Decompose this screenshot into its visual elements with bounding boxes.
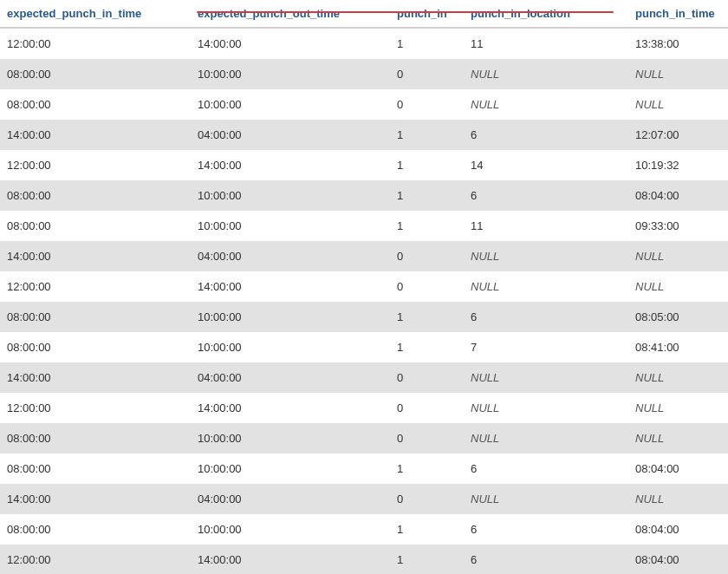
- table-row[interactable]: 12:00:0014:00:0011113:38:00: [0, 28, 728, 59]
- cell-expected-punch-out-time: 14:00:00: [191, 150, 390, 180]
- table-row[interactable]: 12:00:0014:00:001608:04:00: [0, 545, 728, 574]
- cell-punch-in: 1: [390, 332, 464, 362]
- table-row[interactable]: 08:00:0010:00:001608:04:00: [0, 180, 728, 211]
- cell-punch-in: 0: [390, 484, 464, 514]
- cell-punch-in-location: NULL: [464, 362, 628, 393]
- cell-expected-punch-in-time: 08:00:00: [0, 514, 191, 545]
- cell-expected-punch-out-time: 14:00:00: [191, 28, 390, 59]
- table-row[interactable]: 08:00:0010:00:001608:04:00: [0, 453, 728, 484]
- cell-expected-punch-out-time: 14:00:00: [191, 393, 390, 423]
- col-header-expected-punch-out-time[interactable]: expected_punch_out_time: [191, 0, 390, 28]
- cell-expected-punch-in-time: 12:00:00: [0, 150, 191, 180]
- table-row[interactable]: 14:00:0004:00:001612:07:00: [0, 120, 728, 150]
- col-header-punch-in[interactable]: punch_in: [390, 0, 464, 28]
- cell-punch-in-time: NULL: [628, 423, 728, 453]
- cell-expected-punch-in-time: 14:00:00: [0, 120, 191, 150]
- cell-expected-punch-in-time: 12:00:00: [0, 28, 191, 59]
- cell-punch-in: 0: [390, 59, 464, 89]
- cell-punch-in-time: NULL: [628, 59, 728, 89]
- cell-expected-punch-out-time: 04:00:00: [191, 484, 390, 514]
- cell-expected-punch-out-time: 10:00:00: [191, 514, 390, 545]
- cell-punch-in-location: 6: [464, 514, 628, 545]
- cell-expected-punch-in-time: 14:00:00: [0, 362, 191, 393]
- cell-punch-in-time: 08:05:00: [628, 302, 728, 332]
- cell-punch-in-time: NULL: [628, 362, 728, 393]
- cell-punch-in: 1: [390, 28, 464, 59]
- cell-punch-in-location: 6: [464, 180, 628, 211]
- cell-punch-in: 0: [390, 241, 464, 271]
- table-row[interactable]: 08:00:0010:00:000NULLNULL: [0, 89, 728, 120]
- cell-expected-punch-out-time: 04:00:00: [191, 362, 390, 393]
- cell-expected-punch-out-time: 04:00:00: [191, 241, 390, 271]
- cell-punch-in-location: 14: [464, 150, 628, 180]
- cell-punch-in-location: NULL: [464, 393, 628, 423]
- cell-expected-punch-out-time: 10:00:00: [191, 211, 390, 241]
- cell-punch-in: 1: [390, 302, 464, 332]
- col-header-expected-punch-in-time[interactable]: expected_punch_in_time: [0, 0, 191, 28]
- cell-punch-in: 1: [390, 180, 464, 211]
- table-row[interactable]: 08:00:0010:00:001608:04:00: [0, 514, 728, 545]
- cell-expected-punch-in-time: 08:00:00: [0, 211, 191, 241]
- cell-expected-punch-in-time: 08:00:00: [0, 453, 191, 484]
- cell-expected-punch-in-time: 08:00:00: [0, 89, 191, 120]
- cell-punch-in: 0: [390, 362, 464, 393]
- cell-expected-punch-in-time: 12:00:00: [0, 545, 191, 574]
- table-body: 12:00:0014:00:0011113:38:0008:00:0010:00…: [0, 28, 728, 574]
- table-row[interactable]: 14:00:0004:00:000NULLNULL: [0, 484, 728, 514]
- table-row[interactable]: 12:00:0014:00:000NULLNULL: [0, 271, 728, 302]
- cell-punch-in-location: NULL: [464, 241, 628, 271]
- cell-expected-punch-out-time: 14:00:00: [191, 545, 390, 574]
- table-row[interactable]: 08:00:0010:00:000NULLNULL: [0, 59, 728, 89]
- cell-expected-punch-in-time: 14:00:00: [0, 241, 191, 271]
- cell-punch-in-time: 08:04:00: [628, 180, 728, 211]
- cell-expected-punch-out-time: 10:00:00: [191, 180, 390, 211]
- table-row[interactable]: 12:00:0014:00:000NULLNULL: [0, 393, 728, 423]
- cell-punch-in: 0: [390, 271, 464, 302]
- cell-punch-in-time: NULL: [628, 484, 728, 514]
- cell-expected-punch-in-time: 08:00:00: [0, 423, 191, 453]
- cell-punch-in-location: 11: [464, 211, 628, 241]
- table-row[interactable]: 08:00:0010:00:000NULLNULL: [0, 423, 728, 453]
- cell-expected-punch-out-time: 10:00:00: [191, 453, 390, 484]
- cell-punch-in-time: 08:04:00: [628, 545, 728, 574]
- cell-punch-in-location: NULL: [464, 423, 628, 453]
- table-row[interactable]: 08:00:0010:00:001608:05:00: [0, 302, 728, 332]
- col-header-punch-in-location[interactable]: punch_in_location: [464, 0, 628, 28]
- cell-punch-in-location: 11: [464, 28, 628, 59]
- cell-punch-in-location: 6: [464, 545, 628, 574]
- cell-expected-punch-out-time: 10:00:00: [191, 89, 390, 120]
- cell-punch-in-time: NULL: [628, 393, 728, 423]
- table-row[interactable]: 14:00:0004:00:000NULLNULL: [0, 241, 728, 271]
- cell-expected-punch-in-time: 08:00:00: [0, 302, 191, 332]
- table-header: expected_punch_in_time expected_punch_ou…: [0, 0, 728, 28]
- cell-punch-in: 1: [390, 545, 464, 574]
- cell-punch-in: 1: [390, 120, 464, 150]
- cell-punch-in-time: NULL: [628, 241, 728, 271]
- cell-punch-in: 0: [390, 393, 464, 423]
- table-row[interactable]: 08:00:0010:00:001708:41:00: [0, 332, 728, 362]
- cell-expected-punch-out-time: 14:00:00: [191, 271, 390, 302]
- cell-punch-in: 0: [390, 89, 464, 120]
- cell-expected-punch-in-time: 12:00:00: [0, 271, 191, 302]
- cell-punch-in-location: NULL: [464, 271, 628, 302]
- cell-expected-punch-in-time: 12:00:00: [0, 393, 191, 423]
- cell-expected-punch-out-time: 10:00:00: [191, 332, 390, 362]
- cell-punch-in-location: 6: [464, 453, 628, 484]
- cell-punch-in-time: 08:04:00: [628, 514, 728, 545]
- cell-punch-in-time: 08:41:00: [628, 332, 728, 362]
- table-row[interactable]: 12:00:0014:00:0011410:19:32: [0, 150, 728, 180]
- cell-punch-in: 0: [390, 423, 464, 453]
- cell-punch-in-location: NULL: [464, 89, 628, 120]
- col-header-punch-in-time[interactable]: punch_in_time: [628, 0, 728, 28]
- cell-expected-punch-in-time: 08:00:00: [0, 59, 191, 89]
- cell-punch-in-location: 6: [464, 302, 628, 332]
- cell-expected-punch-out-time: 10:00:00: [191, 59, 390, 89]
- cell-expected-punch-in-time: 08:00:00: [0, 180, 191, 211]
- table-row[interactable]: 08:00:0010:00:0011109:33:00: [0, 211, 728, 241]
- cell-punch-in-location: NULL: [464, 484, 628, 514]
- cell-punch-in-location: 6: [464, 120, 628, 150]
- cell-punch-in-time: 09:33:00: [628, 211, 728, 241]
- table-row[interactable]: 14:00:0004:00:000NULLNULL: [0, 362, 728, 393]
- cell-punch-in-time: 10:19:32: [628, 150, 728, 180]
- cell-expected-punch-out-time: 10:00:00: [191, 302, 390, 332]
